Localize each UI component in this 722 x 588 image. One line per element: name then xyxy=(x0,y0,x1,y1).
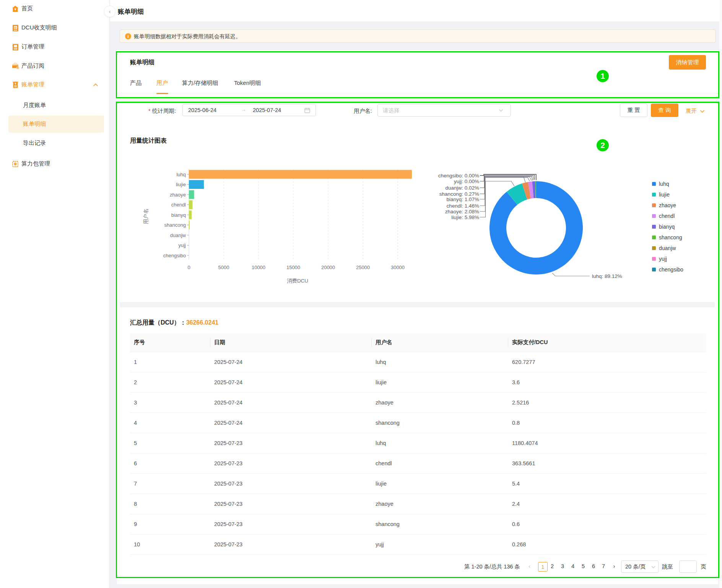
svg-text:D: D xyxy=(15,26,16,29)
svg-text:¥: ¥ xyxy=(14,7,16,11)
svg-text:¥: ¥ xyxy=(15,82,16,85)
svg-text:+: + xyxy=(17,66,19,70)
